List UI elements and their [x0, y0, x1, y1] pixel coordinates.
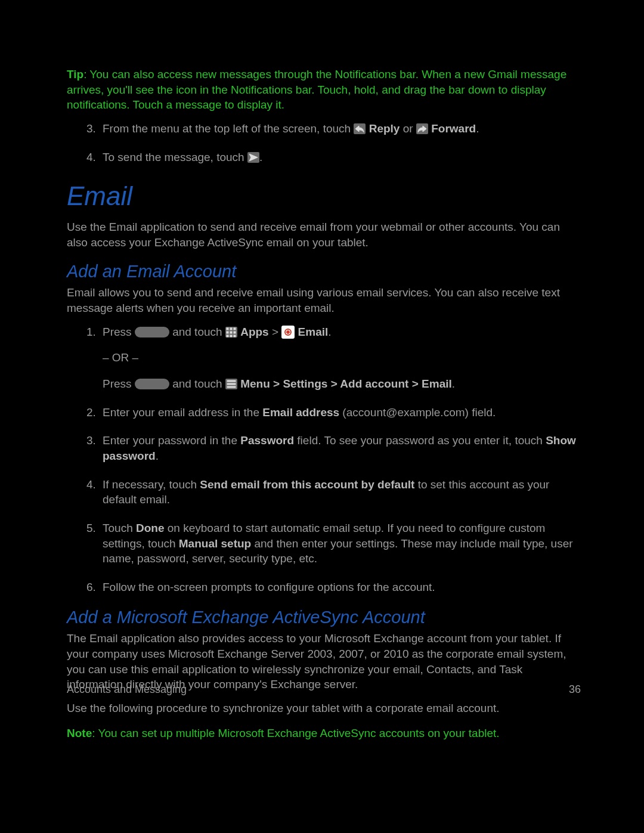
svg-rect-2 — [234, 328, 236, 330]
note-block: Note: You can set up multiple Microsoft … — [67, 726, 581, 741]
add-step-5: Touch Done on keyboard to start automati… — [99, 521, 581, 566]
tip-text: : You can also access new messages throu… — [67, 68, 566, 111]
s1-emailb: Email — [422, 377, 452, 390]
s2c: (account@example.com) field. — [339, 406, 496, 419]
s5a: Touch — [103, 522, 136, 534]
apps-grid-icon — [225, 327, 237, 337]
page-footer: Accounts and Messaging 36 — [67, 683, 581, 696]
add-account-steps: Press and touch Apps > Email. – OR – Pre… — [67, 324, 581, 595]
footer-section: Accounts and Messaging — [67, 683, 187, 696]
add-intro: Email allows you to send and receive ema… — [67, 285, 581, 315]
reply-icon — [354, 123, 366, 134]
s4a: If necessary, touch — [103, 478, 200, 491]
s5b: Done — [136, 522, 165, 534]
svg-rect-3 — [227, 332, 228, 333]
sleep-wake-icon-2 — [135, 379, 169, 389]
note-label: Note — [67, 727, 92, 739]
svg-rect-4 — [230, 332, 232, 333]
forward-label: Forward — [431, 122, 476, 135]
s3b: Password — [240, 434, 294, 447]
svg-rect-11 — [227, 386, 236, 388]
step-3: From the menu at the top left of the scr… — [99, 121, 581, 137]
add-step-1: Press and touch Apps > Email. – OR – Pre… — [99, 324, 581, 392]
svg-rect-0 — [227, 328, 228, 330]
add-step-6: Follow the on-screen prompts to configur… — [99, 580, 581, 595]
s3a: Enter your password in the — [103, 434, 240, 447]
heading-email: Email — [67, 181, 581, 211]
s1-menu: Menu — [240, 377, 270, 390]
s1-or: – OR – — [103, 351, 138, 364]
page: Tip: You can also access new messages th… — [0, 0, 644, 833]
heading-add-account: Add an Email Account — [67, 262, 581, 281]
reply-label: Reply — [369, 122, 400, 135]
s3c: field. To see your password as you enter… — [294, 434, 546, 447]
s1-andtouch2: and touch — [172, 377, 225, 390]
s1-apps: Apps — [240, 326, 269, 338]
svg-rect-6 — [227, 335, 228, 337]
s3e: . — [156, 450, 159, 462]
s1-press: Press — [103, 326, 135, 338]
s2b: Email address — [262, 406, 339, 419]
svg-rect-5 — [234, 332, 236, 333]
add-step-2: Enter your email address in the Email ad… — [99, 405, 581, 420]
heading-exchange: Add a Microsoft Exchange ActiveSync Acco… — [67, 608, 581, 627]
email-intro: Use the Email application to send and re… — [67, 219, 581, 250]
tip-label: Tip — [67, 68, 83, 80]
footer-page-number: 36 — [569, 683, 581, 696]
s1-gt1: > — [272, 326, 281, 338]
note-text: : You can set up multiple Microsoft Exch… — [92, 727, 499, 739]
svg-rect-10 — [227, 383, 236, 385]
s1-press2: Press — [103, 377, 135, 390]
step-3-or: or — [403, 122, 416, 135]
s1-addacct: Add account — [340, 377, 408, 390]
s1-email: Email — [298, 326, 329, 338]
sleep-wake-icon — [135, 327, 169, 337]
add-step-4: If necessary, touch Send email from this… — [99, 477, 581, 507]
exchange-use: Use the following procedure to synchroni… — [67, 701, 581, 716]
s1-andtouch: and touch — [172, 326, 225, 338]
menu-icon — [225, 379, 237, 389]
s1-settings: Settings — [283, 377, 327, 390]
send-icon — [247, 152, 259, 163]
step-4: To send the message, touch . — [99, 150, 581, 165]
step-3-text-a: From the menu at the top left of the scr… — [103, 122, 354, 135]
svg-rect-9 — [227, 380, 236, 382]
s1-dot: . — [328, 326, 331, 338]
svg-rect-1 — [230, 328, 232, 330]
tip-block: Tip: You can also access new messages th… — [67, 67, 581, 113]
svg-rect-7 — [230, 335, 232, 337]
forward-icon — [416, 123, 428, 134]
step-3-period: . — [476, 122, 479, 135]
s5d: Manual setup — [179, 537, 251, 550]
email-app-icon — [281, 326, 295, 339]
s2a: Enter your email address in the — [103, 406, 262, 419]
s4b: Send email from this account by default — [200, 478, 414, 491]
continued-steps: From the menu at the top left of the scr… — [67, 121, 581, 165]
add-step-3: Enter your password in the Password fiel… — [99, 433, 581, 463]
step-4-text: To send the message, touch — [103, 151, 247, 163]
svg-rect-8 — [234, 335, 236, 337]
